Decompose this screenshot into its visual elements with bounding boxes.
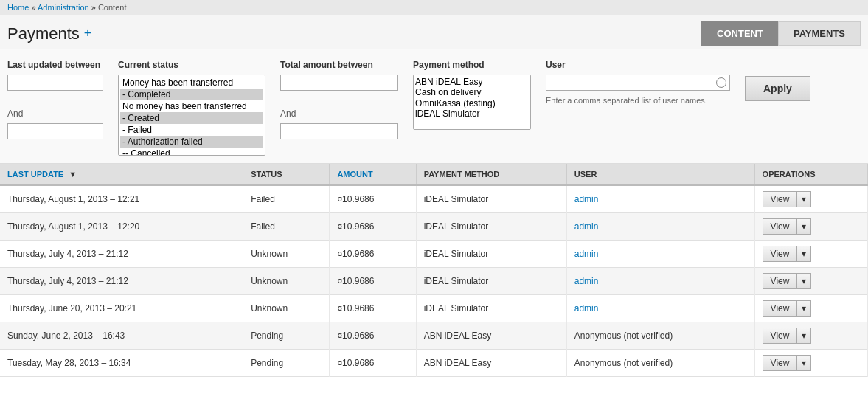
table-row: Thursday, July 4, 2013 – 21:12Unknown¤10… [0,268,868,295]
status-option-6[interactable]: -- Cancelled [120,148,263,156]
cell-operations: View▾ [754,295,867,322]
table-header-row: LAST UPDATE ▼ STATUS AMOUNT PAYMENT METH… [0,164,868,185]
user-link[interactable]: admin [574,276,599,286]
last-updated-to-input[interactable] [7,123,103,139]
amount-to-input[interactable] [280,123,398,139]
table-row: Thursday, July 4, 2013 – 21:12Unknown¤10… [0,241,868,268]
cell-status: Pending [243,322,330,350]
view-button[interactable]: View [763,328,797,344]
view-dropdown-arrow[interactable]: ▾ [796,328,811,344]
user-link[interactable]: admin [574,194,599,204]
view-button[interactable]: View [763,218,797,235]
cell-payment-method: ABN iDEAL Easy [416,322,566,350]
status-option-4[interactable]: - Failed [120,124,263,136]
filter-total-amount: Total amount between And [280,60,398,139]
col-amount[interactable]: AMOUNT [330,164,416,185]
status-option-0[interactable]: Money has been transferred [120,77,263,89]
view-button[interactable]: View [763,246,797,262]
table-row: Thursday, August 1, 2013 – 12:20Failed¤1… [0,213,868,241]
cell-status: Failed [243,213,330,241]
current-status-label: Current status [118,60,265,70]
tab-payments[interactable]: PAYMENTS [778,21,861,46]
user-hint: Enter a comma separated list of user nam… [546,96,730,105]
cell-user: Anonymous (not verified) [566,322,754,350]
ops-button-wrap: View▾ [763,246,860,262]
status-option-1[interactable]: - Completed [120,89,263,100]
payment-option-0[interactable]: ABN iDEAL Easy [415,77,529,87]
user-link[interactable]: admin [574,249,599,259]
cell-status: Failed [243,185,330,213]
payments-table-wrap: LAST UPDATE ▼ STATUS AMOUNT PAYMENT METH… [0,164,868,377]
breadcrumb-admin[interactable]: Administration [38,3,89,12]
cell-status: Unknown [243,241,330,268]
ops-button-wrap: View▾ [763,191,860,207]
view-button[interactable]: View [763,300,797,317]
col-user: USER [566,164,754,185]
payment-option-2[interactable]: OmniKassa (testing) [415,98,529,108]
cell-amount: ¤10.9686 [330,350,416,377]
view-button[interactable]: View [763,355,797,371]
last-updated-from-input[interactable] [7,75,103,91]
user-link[interactable]: admin [574,221,599,232]
cell-user: admin [566,213,754,241]
filter-payment-method: Payment method ABN iDEAL Easy Cash on de… [413,60,531,130]
cell-user: admin [566,241,754,268]
cell-operations: View▾ [754,322,867,350]
status-option-2[interactable]: No money has been transferred [120,100,263,112]
tab-area: CONTENT PAYMENTS [701,21,861,46]
user-link[interactable]: admin [574,303,599,314]
view-dropdown-arrow[interactable]: ▾ [796,300,811,317]
cell-last-update: Thursday, July 4, 2013 – 21:12 [0,241,243,268]
cell-payment-method: iDEAL Simulator [416,295,566,322]
table-row: Thursday, August 1, 2013 – 12:21Failed¤1… [0,185,868,213]
view-dropdown-arrow[interactable]: ▾ [796,218,811,235]
cell-operations: View▾ [754,350,867,377]
payment-method-label: Payment method [413,60,531,70]
view-dropdown-arrow[interactable]: ▾ [796,191,811,207]
ops-button-wrap: View▾ [763,273,860,289]
cell-last-update: Thursday, August 1, 2013 – 12:20 [0,213,243,241]
cell-user: Anonymous (not verified) [566,350,754,377]
cell-operations: View▾ [754,241,867,268]
cell-amount: ¤10.9686 [330,185,416,213]
cell-amount: ¤10.9686 [330,268,416,295]
ops-button-wrap: View▾ [763,218,860,235]
user-circle-icon [716,77,726,88]
view-button[interactable]: View [763,191,797,207]
cell-status: Unknown [243,268,330,295]
ops-button-wrap: View▾ [763,355,860,371]
status-option-5[interactable]: - Authorization failed [120,136,263,148]
user-label: User [546,60,730,70]
cell-operations: View▾ [754,213,867,241]
view-dropdown-arrow[interactable]: ▾ [796,246,811,262]
filter-user: User Enter a comma separated list of use… [546,60,730,105]
user-input[interactable] [546,75,730,91]
amount-from-input[interactable] [280,75,398,91]
payment-option-3[interactable]: iDEAL Simulator [415,108,529,119]
apply-button[interactable]: Apply [745,76,810,101]
ops-button-wrap: View▾ [763,300,860,317]
status-option-3[interactable]: - Created [120,112,263,124]
breadcrumb-home[interactable]: Home [7,3,29,12]
cell-payment-method: iDEAL Simulator [416,268,566,295]
breadcrumb-content: Content [98,3,127,12]
payment-option-1[interactable]: Cash on delivery [415,87,529,97]
last-updated-label: Last updated between [7,60,103,70]
cell-operations: View▾ [754,268,867,295]
status-select[interactable]: Money has been transferred - Completed N… [118,75,265,156]
cell-payment-method: iDEAL Simulator [416,185,566,213]
view-button[interactable]: View [763,273,797,289]
filter-current-status: Current status Money has been transferre… [118,60,265,156]
col-payment-method: PAYMENT METHOD [416,164,566,185]
col-last-update[interactable]: LAST UPDATE ▼ [0,164,243,185]
tab-content[interactable]: CONTENT [701,21,778,46]
add-payment-icon[interactable]: + [84,26,92,41]
cell-payment-method: iDEAL Simulator [416,213,566,241]
and-label-1: And [7,108,103,119]
cell-last-update: Thursday, July 4, 2013 – 21:12 [0,268,243,295]
payment-method-select[interactable]: ABN iDEAL Easy Cash on delivery OmniKass… [413,75,531,130]
filters-area: Last updated between And Current status … [0,49,868,164]
cell-last-update: Thursday, June 20, 2013 – 20:21 [0,295,243,322]
view-dropdown-arrow[interactable]: ▾ [796,355,811,371]
view-dropdown-arrow[interactable]: ▾ [796,273,811,289]
